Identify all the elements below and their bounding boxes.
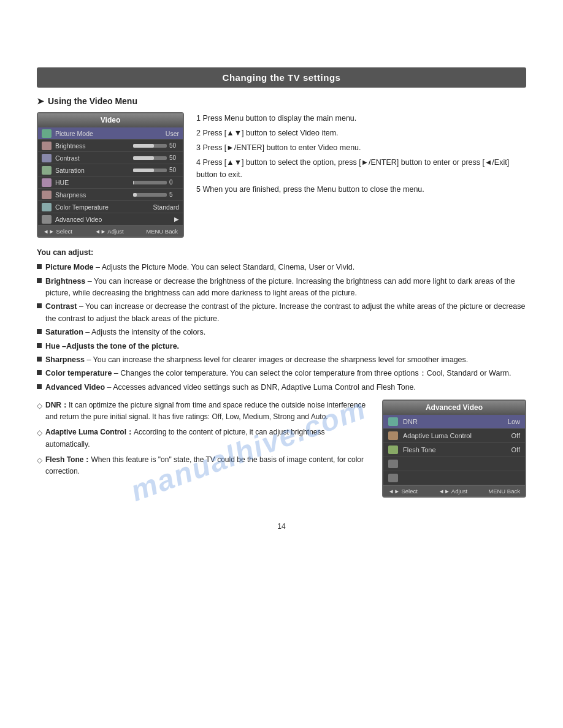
bullet-icon [37, 329, 42, 334]
footer-back: MENU Back [146, 228, 178, 235]
saturation-label: Saturation [55, 167, 133, 174]
video-menu-row-colortemp: Color Temperature Standard [38, 201, 183, 213]
contrast-bar [133, 156, 167, 160]
video-menu-row-contrast: Contrast 50 [38, 152, 183, 164]
adv-flesh-value: Off [511, 446, 520, 453]
bullet-icon [37, 303, 42, 308]
you-can-adjust: You can adjust: Picture Mode – Adjusts t… [37, 246, 526, 393]
brightness-icon [42, 142, 52, 150]
adv-dnr-icon [388, 417, 398, 426]
saturation-bar-container: 50 [133, 167, 179, 173]
bullet-icon [37, 370, 42, 375]
brightness-label: Brightness [55, 142, 133, 150]
saturation-number: 50 [169, 167, 179, 173]
adv-empty2-icon [388, 474, 398, 482]
step-5: When you are finished, press the Menu bu… [196, 183, 526, 195]
instructions-list: Press Menu button to display the main me… [196, 112, 526, 198]
video-menu-row-advanced: Advanced Video ▶ [38, 213, 183, 226]
video-menu-ui: Video Picture Mode User Brightness 50 [37, 112, 184, 238]
saturation-bar [133, 169, 167, 172]
bottom-section: ◇ DNR：It can optimize the picture signal… [37, 400, 526, 498]
bullet-sharpness: Sharpness – You can increase the sharpne… [37, 354, 526, 366]
advanced-video-title: Advanced Video [383, 401, 525, 415]
step-3: Press [►/ENTER] button to enter Video me… [196, 142, 526, 154]
you-can-adjust-subtitle: You can adjust: [37, 246, 526, 259]
bullet-contrast-text: Contrast – You can increase or decrease … [45, 301, 526, 325]
contrast-fill [133, 156, 154, 160]
bullet-icon [37, 264, 42, 269]
hue-bar-container: 0 [133, 179, 179, 186]
brightness-bar-container: 50 [133, 142, 179, 149]
adv-footer-adjust: ◄► Adjust [439, 488, 467, 495]
adv-empty1-icon [388, 460, 398, 468]
arrow-icon: ➤ [37, 96, 44, 106]
advanced-video-ui: Advanced Video DNR Low Adaptive Luma Con… [382, 400, 526, 498]
bullet-colortemp-text: Color temperature – Changes the color te… [45, 368, 526, 379]
picture-mode-label: Picture Mode [55, 130, 151, 137]
video-menu-title: Video [38, 113, 183, 127]
bullet-hue-text: Hue –Adjusts the tone of the picture. [45, 341, 526, 352]
hue-bar [133, 181, 167, 184]
bullet-picture-mode: Picture Mode – Adjusts the Picture Mode.… [37, 262, 526, 273]
bullet-saturation-text: Saturation – Adjusts the intensity of th… [45, 327, 526, 338]
contrast-bar-container: 50 [133, 154, 179, 161]
diamond-dnr: ◇ DNR：It can optimize the picture signal… [37, 400, 370, 423]
bullet-icon [37, 278, 42, 283]
bullet-contrast: Contrast – You can increase or decrease … [37, 301, 526, 325]
bullet-icon [37, 357, 42, 362]
page-container: manualhive.com Changing the TV settings … [0, 67, 563, 728]
adv-row-flesh: Flesh Tone Off [383, 443, 525, 457]
sharpness-fill [133, 193, 137, 197]
bullet-advanced: Advanced Video – Accesses advanced video… [37, 382, 526, 393]
main-content: Video Picture Mode User Brightness 50 [37, 112, 526, 498]
adv-luma-value: Off [511, 432, 520, 439]
diamond-flesh-text: Flesh Tone：When this feature is "on" sta… [45, 454, 370, 477]
colortemp-icon [42, 203, 52, 211]
adv-row-dnr: DNR Low [383, 415, 525, 429]
diamond-icon-3: ◇ [37, 455, 42, 466]
step-1: Press Menu button to display the main me… [196, 112, 526, 124]
step-4: Press [▲▼] button to select the option, … [196, 156, 526, 181]
colortemp-value: Standard [151, 203, 179, 211]
hue-label: HUE [55, 179, 133, 186]
header-bar: Changing the TV settings [37, 67, 526, 88]
bullet-icon [37, 384, 42, 389]
video-menu-row-brightness: Brightness 50 [38, 140, 183, 152]
hue-icon [42, 178, 52, 187]
sharpness-bar-container: 5 [133, 191, 179, 198]
bullet-brightness: Brightness – You can increase or decreas… [37, 276, 526, 300]
video-menu-row-sharpness: Sharpness 5 [38, 189, 183, 201]
hue-number: 0 [169, 179, 179, 186]
picture-mode-value: User [151, 130, 179, 137]
page-number: 14 [0, 522, 563, 543]
sharpness-label: Sharpness [55, 191, 133, 199]
sharpness-number: 5 [169, 191, 179, 198]
advanced-icon [42, 215, 52, 224]
bullet-brightness-text: Brightness – You can increase or decreas… [45, 276, 526, 300]
diamond-flesh: ◇ Flesh Tone：When this feature is "on" s… [37, 454, 370, 477]
header-title: Changing the TV settings [223, 72, 341, 83]
adv-dnr-value: Low [508, 418, 520, 425]
diamond-luma: ◇ Adaptive Luma Control：According to the… [37, 427, 370, 450]
bullet-icon [37, 343, 42, 348]
colortemp-label: Color Temperature [55, 203, 151, 211]
diamond-icon-1: ◇ [37, 400, 42, 412]
top-section: Video Picture Mode User Brightness 50 [37, 112, 526, 238]
saturation-icon [42, 166, 52, 175]
video-menu-row-saturation: Saturation 50 [38, 164, 183, 176]
brightness-fill [133, 144, 154, 148]
adv-luma-icon [388, 431, 398, 440]
steps-list: Press Menu button to display the main me… [196, 112, 526, 195]
contrast-label: Contrast [55, 154, 133, 162]
diamond-list: ◇ DNR：It can optimize the picture signal… [37, 400, 370, 481]
sharpness-bar [133, 193, 167, 197]
contrast-icon [42, 154, 52, 162]
brightness-bar [133, 144, 167, 148]
bullet-colortemp: Color temperature – Changes the color te… [37, 368, 526, 379]
diamond-luma-text: Adaptive Luma Control：According to the c… [45, 427, 370, 450]
section-heading: ➤ Using the Video Menu [37, 96, 526, 106]
adv-row-luma: Adaptive Luma Control Off [383, 429, 525, 443]
hue-fill [133, 181, 134, 184]
adv-row-empty1 [383, 457, 525, 471]
adv-footer-select: ◄► Select [388, 488, 418, 495]
